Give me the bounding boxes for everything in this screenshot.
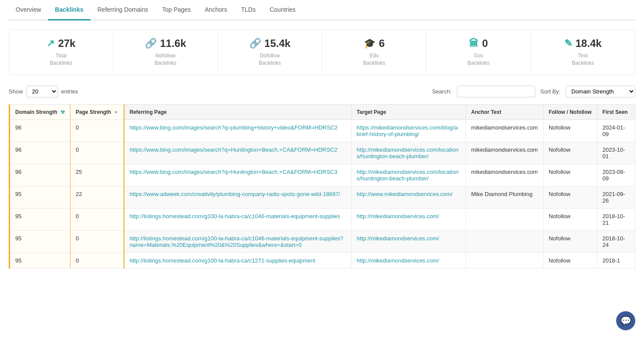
entries-select[interactable]: 10 20 50 100 bbox=[27, 86, 58, 97]
col-header-target-page[interactable]: Target Page bbox=[351, 104, 466, 120]
target-page-link[interactable]: http://mikediamondservices.com/ bbox=[357, 235, 439, 242]
stat-total-backlinks: ↗ 27k TotalBacklinks bbox=[9, 30, 114, 75]
page-strength-sort-icon: ▼ bbox=[114, 110, 118, 115]
col-header-anchor-text[interactable]: Anchor Text bbox=[466, 104, 543, 120]
backlinks-table: Domain Strength ⚒ Page Strength ▼ Referr… bbox=[9, 104, 635, 269]
search-label: Search: bbox=[432, 88, 452, 95]
target-page-link[interactable]: http://mikediamondservices.com/locations… bbox=[357, 169, 459, 182]
text-backlinks-label: TextBacklinks bbox=[540, 52, 626, 67]
stat-gov-backlinks: 🏛 0 GovBacklinks bbox=[426, 30, 531, 75]
table-row: 9625https://www.bing.com/images/search?q… bbox=[10, 164, 635, 186]
referring-page-link[interactable]: https://www.bing.com/images/search?q=Hun… bbox=[130, 169, 338, 175]
target-page-link[interactable]: http://mikediamondservices.com/ bbox=[357, 213, 439, 219]
referring-page-link[interactable]: https://www.bing.com/images/search?q=plu… bbox=[130, 124, 338, 131]
stats-row: ↗ 27k TotalBacklinks 🔗 11.6k NofollowBac… bbox=[9, 29, 635, 75]
text-backlinks-value: 18.4k bbox=[576, 37, 602, 50]
stat-dofollow-backlinks: 🔗 15.4k DofollowBacklinks bbox=[218, 30, 322, 75]
target-page-link[interactable]: http://www.mikediamondservices.com/ bbox=[357, 191, 453, 197]
col-header-first-seen[interactable]: First Seen bbox=[597, 104, 635, 120]
controls-row: Show 10 20 50 100 entries Search: Sort B… bbox=[9, 86, 635, 97]
edu-icon: 🎓 bbox=[364, 38, 376, 49]
entries-label: entries bbox=[61, 88, 78, 95]
gov-icon: 🏛 bbox=[469, 38, 479, 49]
table-row: 950http://listings.homestead.com/g100-la… bbox=[10, 230, 635, 253]
stat-nofollow-backlinks: 🔗 11.6k NofollowBacklinks bbox=[114, 30, 218, 75]
tab-overview[interactable]: Overview bbox=[9, 0, 48, 20]
stat-edu-backlinks: 🎓 6 EduBacklinks bbox=[322, 30, 426, 75]
col-header-follow-nofollow[interactable]: Follow / Nofollow bbox=[543, 104, 597, 120]
edu-backlinks-label: EduBacklinks bbox=[331, 52, 417, 67]
stat-text-backlinks: ✎ 18.4k TextBacklinks bbox=[531, 30, 635, 75]
search-input[interactable] bbox=[457, 86, 535, 97]
referring-page-link[interactable]: http://listings.homestead.com/g100-la-ha… bbox=[130, 213, 340, 219]
entries-control: Show 10 20 50 100 entries bbox=[9, 86, 78, 97]
dofollow-backlinks-value: 15.4k bbox=[265, 37, 291, 50]
target-page-link[interactable]: http://mikediamondservices.com/locations… bbox=[357, 146, 459, 160]
table-row: 9522https://www.adweek.com/creativity/pl… bbox=[10, 186, 635, 208]
referring-page-link[interactable]: http://listings.homestead.com/g100-la-ha… bbox=[130, 257, 315, 264]
text-icon: ✎ bbox=[564, 38, 572, 49]
navigation-tabs: Overview Backlinks Referring Domains Top… bbox=[9, 0, 635, 20]
gov-backlinks-value: 0 bbox=[482, 37, 488, 50]
tab-referring-domains[interactable]: Referring Domains bbox=[91, 0, 155, 20]
referring-page-link[interactable]: https://www.adweek.com/creativity/plumbi… bbox=[130, 191, 340, 197]
nofollow-backlinks-label: NofollowBacklinks bbox=[122, 52, 209, 67]
col-header-domain-strength[interactable]: Domain Strength ⚒ bbox=[10, 104, 70, 120]
table-row: 950http://listings.homestead.com/g100-la… bbox=[10, 208, 635, 230]
table-row: 950http://listings.homestead.com/g100-la… bbox=[10, 253, 635, 268]
table-row: 960https://www.bing.com/images/search?q=… bbox=[10, 120, 635, 142]
col-header-referring-page[interactable]: Referring Page bbox=[124, 104, 351, 120]
tab-countries[interactable]: Countries bbox=[262, 0, 302, 20]
tab-backlinks[interactable]: Backlinks bbox=[48, 0, 90, 20]
referring-page-link[interactable]: http://listings.homestead.com/g100-la-ha… bbox=[130, 235, 343, 248]
nofollow-icon: 🔗 bbox=[145, 38, 157, 49]
gov-backlinks-label: GovBacklinks bbox=[435, 52, 522, 67]
edu-backlinks-value: 6 bbox=[379, 37, 385, 50]
sort-label: Sort By: bbox=[540, 88, 560, 95]
target-page-link[interactable]: https://mikediamondservices.com/blog/a-b… bbox=[357, 124, 460, 137]
dofollow-icon: 🔗 bbox=[249, 38, 261, 49]
target-page-link[interactable]: http://mikediamondservices.com/ bbox=[357, 257, 439, 264]
col-header-page-strength[interactable]: Page Strength ▼ bbox=[70, 104, 124, 120]
link-external-icon: ↗ bbox=[47, 38, 54, 49]
total-backlinks-label: TotalBacklinks bbox=[18, 52, 104, 67]
sort-select[interactable]: Domain Strength Page Strength First Seen bbox=[566, 86, 635, 97]
search-sort-controls: Search: Sort By: Domain Strength Page St… bbox=[432, 86, 635, 97]
show-label: Show bbox=[9, 88, 23, 95]
nofollow-backlinks-value: 11.6k bbox=[160, 37, 186, 50]
tab-anchors[interactable]: Anchors bbox=[198, 0, 234, 20]
domain-strength-filter-icon: ⚒ bbox=[60, 110, 65, 115]
total-backlinks-value: 27k bbox=[58, 37, 75, 50]
table-row: 960https://www.bing.com/images/search?q=… bbox=[10, 142, 635, 164]
referring-page-link[interactable]: https://www.bing.com/images/search?q=Hun… bbox=[130, 146, 338, 153]
tab-tlds[interactable]: TLDs bbox=[234, 0, 262, 20]
dofollow-backlinks-label: DofollowBacklinks bbox=[227, 52, 313, 67]
tab-top-pages[interactable]: Top Pages bbox=[155, 0, 198, 20]
